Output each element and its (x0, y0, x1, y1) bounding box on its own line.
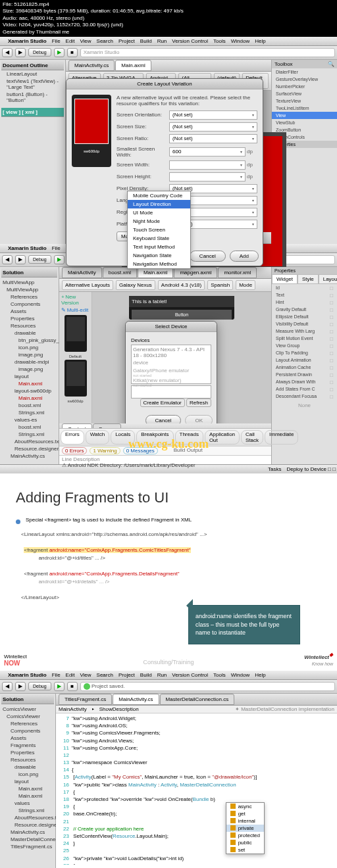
toolbox-item[interactable]: NumberPicker (272, 83, 337, 90)
property-row[interactable]: Hint □ (272, 299, 337, 306)
config-select[interactable]: Debug (28, 48, 51, 57)
field-input[interactable]: 600▾ (169, 147, 246, 157)
preview-button[interactable]: Button (132, 310, 232, 320)
property-row[interactable]: Always Drawn With □ (272, 378, 337, 385)
tree-node[interactable]: layout-sw600dp (3, 387, 56, 395)
tree-node[interactable]: Assets (3, 308, 56, 315)
refresh-button[interactable]: Refresh (186, 398, 211, 407)
cancel-button[interactable]: Cancel (190, 251, 226, 262)
dropdown-item[interactable]: Touch Screen (128, 226, 190, 234)
tab-main-axml[interactable]: Main.axml (115, 60, 151, 71)
tree-node[interactable]: Strings.xml (3, 431, 56, 438)
nav-fwd[interactable]: ▶ (15, 48, 26, 57)
property-row[interactable]: Measure With Larg □ (272, 327, 337, 335)
tree-node[interactable]: Properties (3, 315, 56, 322)
field-input[interactable]: ▾ (169, 160, 246, 170)
tree-node[interactable]: icon.png (3, 771, 53, 778)
menu-app[interactable]: Xamarin Studio (8, 38, 47, 44)
tree-node[interactable]: Main.axml (3, 380, 56, 387)
create-emu-button[interactable]: Create Emulator (140, 398, 185, 407)
toolbox-item[interactable]: SurfaceView (272, 90, 337, 97)
menu-run[interactable]: Run (157, 38, 167, 44)
dropdown-item[interactable]: Mobile Country Code (128, 191, 190, 200)
dropdown-item[interactable]: Navigation Method (128, 260, 190, 268)
tree-node[interactable]: TitlesFragment.cs (3, 843, 53, 850)
tree-node[interactable]: MultiViewApp (3, 286, 56, 293)
property-row[interactable]: Ellipsize Default □ (272, 313, 337, 320)
property-row[interactable]: Layout Animation □ (272, 356, 337, 364)
toolbox-item[interactable]: View (272, 112, 337, 119)
run-button[interactable]: ▶ (54, 48, 65, 57)
tree-node[interactable]: ComicsViewer (3, 706, 53, 713)
tree-node[interactable]: drawable (3, 329, 56, 337)
preview-sw600dp[interactable] (65, 360, 87, 397)
tree-node[interactable]: Main.axml (3, 785, 53, 792)
tree-node[interactable]: Main.axml (3, 395, 56, 402)
toolbox-item[interactable]: GestureOverlayView (272, 76, 337, 83)
intellisense-item[interactable]: async (226, 803, 264, 810)
tree-node[interactable]: layout (3, 778, 53, 785)
intellisense-item[interactable]: set (226, 846, 264, 854)
intellisense-item[interactable]: public (226, 839, 264, 846)
field-input[interactable]: (Not set)▾ (169, 110, 257, 120)
menu-search[interactable]: Search (97, 38, 113, 44)
tree-node[interactable]: MultiViewApp (3, 279, 56, 286)
device-list[interactable]: Generation Nexus 7 - 4.3 - API 18 - 800x… (131, 345, 211, 384)
tree-node[interactable]: References (3, 720, 53, 727)
dropdown-item[interactable]: Layout Direction (128, 200, 190, 208)
property-row[interactable]: Clip To Padding □ (272, 349, 337, 356)
intellisense-item[interactable]: get (226, 810, 264, 817)
preview-default[interactable] (65, 315, 87, 352)
tree-node[interactable]: References (3, 293, 56, 301)
tree-node[interactable]: image.png (3, 366, 56, 373)
toolbox-item[interactable]: TwoLineListItem (272, 105, 337, 112)
tab-mainactivity[interactable]: MainActivity.cs (68, 60, 115, 71)
menu-view[interactable]: View (80, 38, 91, 44)
tree-button[interactable]: button1 (Button) - "Button" (1, 91, 64, 104)
menu-help[interactable]: Help (255, 38, 265, 44)
menu-build[interactable]: Build (140, 38, 152, 44)
tree-node[interactable]: Resource.designer.cs (3, 821, 53, 829)
tree-textview[interactable]: textView1 (TextView) - "Large Text" (1, 78, 64, 91)
search-icon[interactable]: 🔍 (328, 61, 334, 67)
tree-node[interactable]: values-es (3, 416, 56, 423)
menu-edit[interactable]: Edit (66, 38, 75, 44)
intellisense-item[interactable]: protected (226, 832, 264, 839)
stop-button[interactable]: ■ (67, 48, 78, 57)
tree-node[interactable]: drawable-mdpi (3, 358, 56, 366)
property-row[interactable]: Visibility Default □ (272, 320, 337, 327)
tree-node[interactable]: btn_pink_glossy_9.png (3, 337, 56, 344)
tree-node[interactable]: Strings.xml (3, 409, 56, 416)
tree-node[interactable]: boost.xml (3, 423, 56, 431)
tree-node[interactable]: Resources (3, 322, 56, 329)
tree-node[interactable]: icon.png (3, 344, 56, 351)
plus-icon[interactable]: + (61, 294, 65, 300)
warnings-count[interactable]: 1 Warning (90, 447, 120, 454)
view-tab[interactable]: [ view ] [ xml ] (1, 108, 64, 117)
menu-file[interactable]: File (52, 38, 61, 44)
tree-node[interactable]: MasterDetailConnection.cs (3, 836, 53, 843)
field-input[interactable]: (Not set)▾ (169, 134, 257, 143)
dropdown-item[interactable]: Night Mode (128, 217, 190, 226)
pencil-icon[interactable]: ✎ (61, 307, 66, 313)
property-row[interactable]: View Group □ (272, 342, 337, 349)
field-input[interactable]: (Not set)▾ (169, 122, 257, 132)
tree-linearlayout[interactable]: LinearLayout (1, 70, 64, 78)
toolbox-item[interactable]: ViewStub (272, 119, 337, 126)
menu-project[interactable]: Project (118, 38, 135, 44)
add-button[interactable]: Add (230, 251, 259, 262)
tree-node[interactable]: Components (3, 727, 53, 735)
menu-vc[interactable]: Version Control (172, 38, 208, 44)
errors-count[interactable]: 0 Errors (62, 447, 87, 454)
property-row[interactable]: Animation Cache □ (272, 364, 337, 371)
dropdown-item[interactable]: Navigation State (128, 251, 190, 260)
tree-node[interactable]: Resources (3, 756, 53, 763)
intellisense-popup[interactable]: asyncgetinternalprivateprotectedpublicse… (226, 802, 265, 854)
tree-node[interactable]: AboutResources.txt (3, 814, 53, 821)
nav-back[interactable]: ◀ (2, 48, 13, 57)
property-row[interactable]: Persistent Drawin □ (272, 371, 337, 378)
intellisense-item[interactable]: private (226, 825, 264, 832)
tree-node[interactable]: AboutResources.txt (3, 438, 56, 445)
toolbox-item[interactable]: TextureView (272, 97, 337, 105)
intellisense-item[interactable]: internal (226, 817, 264, 825)
